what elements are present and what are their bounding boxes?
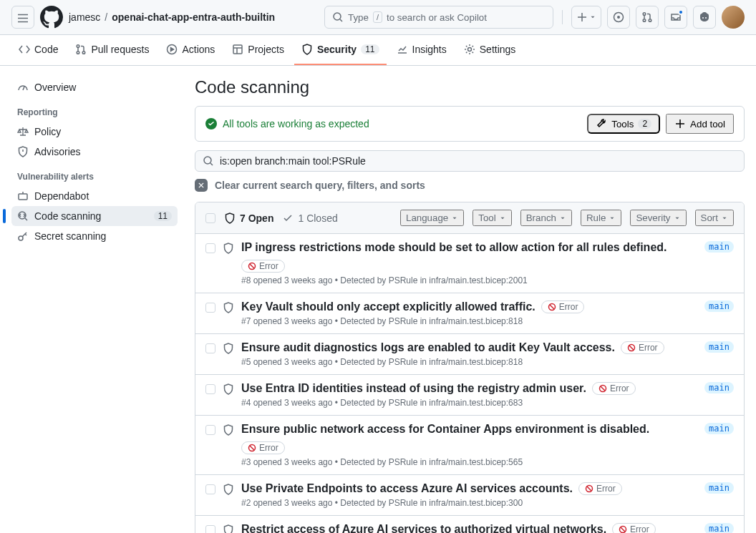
shield-icon [223,243,234,285]
alert-checkbox[interactable] [205,525,215,533]
branch-pill[interactable]: main [704,341,734,353]
filter-bar[interactable] [195,150,745,172]
alert-checkbox[interactable] [205,243,215,253]
tab-pulls[interactable]: Pull requests [68,35,156,65]
branch-pill[interactable]: main [704,241,734,253]
sidebar-policy-label: Policy [34,126,61,137]
filter-branch[interactable]: Branch [520,210,572,226]
meter-icon [17,82,29,93]
open-count-label: 7 Open [240,212,273,224]
branch-pill[interactable]: main [704,523,734,533]
tools-dropdown[interactable]: Tools 2 [587,114,660,134]
github-logo[interactable] [40,6,63,29]
sidebar-secret-scanning[interactable]: Secret scanning [11,226,178,246]
severity-badge: Error [612,523,656,533]
sidebar-code-scanning[interactable]: Code scanning 11 [11,206,178,226]
user-avatar[interactable] [722,6,745,29]
clear-filters[interactable]: Clear current search query, filters, and… [195,179,745,192]
triangle-down-icon [451,215,458,222]
filter-tool[interactable]: Tool [472,210,511,226]
svg-rect-12 [19,194,27,200]
branch-pill[interactable]: main [704,300,734,312]
alert-title[interactable]: Ensure public network access for Contain… [241,423,649,436]
svg-point-11 [467,48,471,52]
plus-icon [674,118,686,129]
svg-point-5 [649,19,651,22]
shield-icon [223,383,234,408]
create-new-button[interactable] [571,6,601,29]
filter-language[interactable]: Language [400,210,464,226]
tab-security-label: Security [317,44,357,55]
severity-badge-label: Error [596,484,616,494]
alert-checkbox[interactable] [205,384,215,394]
branch-pill[interactable]: main [704,382,734,393]
tab-actions[interactable]: Actions [159,35,222,65]
tab-settings[interactable]: Settings [457,35,523,65]
alert-checkbox[interactable] [205,425,215,435]
tab-settings-label: Settings [480,44,516,55]
branch-pill[interactable]: main [704,482,734,494]
alert-meta: #4 opened 3 weeks ago • Detected by PSRu… [241,398,697,408]
hamburger-button[interactable] [11,6,34,29]
sidebar-code-scanning-label: Code scanning [34,210,101,222]
inbox-button[interactable] [664,6,687,29]
alert-title[interactable]: Use Private Endpoints to access Azure AI… [241,482,573,495]
copilot-button[interactable] [693,6,716,29]
issues-button[interactable] [607,6,630,29]
alert-row[interactable]: IP ingress restrictions mode should be s… [195,234,744,293]
tools-ok-label: All tools are working as expected [223,118,369,129]
severity-badge-label: Error [639,343,658,353]
alert-row[interactable]: Use Private Endpoints to access Azure AI… [195,475,744,516]
git-pull-request-icon [75,44,87,55]
open-filter[interactable]: 7 Open [224,212,273,224]
alert-row[interactable]: Restrict access of Azure AI services to … [195,516,744,533]
alert-row[interactable]: Key Vault should only accept explicitly … [195,293,744,334]
alert-title[interactable]: Ensure audit diagnostics logs are enable… [241,341,615,354]
tab-projects[interactable]: Projects [225,35,291,65]
breadcrumb-owner[interactable]: jamesc [69,11,100,23]
code-icon [19,44,30,55]
severity-badge-label: Error [559,302,578,312]
branch-pill[interactable]: main [704,423,734,434]
tab-code[interactable]: Code [11,35,65,65]
alert-title[interactable]: Use Entra ID identities instead of using… [241,382,586,395]
search-icon [203,155,214,167]
sidebar-overview[interactable]: Overview [11,77,178,97]
sidebar-policy[interactable]: Policy [11,122,178,142]
closed-filter[interactable]: 1 Closed [282,212,337,224]
alert-title[interactable]: IP ingress restrictions mode should be s… [241,241,667,254]
graph-icon [397,44,408,55]
svg-rect-10 [233,45,242,54]
alert-checkbox[interactable] [205,343,215,353]
filter-rule[interactable]: Rule [581,210,621,226]
page-title: Code scanning [195,77,745,97]
add-tool-button[interactable]: Add tool [666,114,734,134]
alert-row[interactable]: Use Entra ID identities instead of using… [195,375,744,416]
tab-security[interactable]: Security 11 [294,35,387,65]
sidebar-advisories[interactable]: Advisories [11,142,178,162]
sidebar-dependabot[interactable]: Dependabot [11,186,178,206]
alert-title[interactable]: Restrict access of Azure AI services to … [241,523,606,533]
main-content: Code scanning All tools are working as e… [183,66,756,533]
global-search[interactable]: Type / to search or ask Copilot [324,6,553,29]
filter-sort[interactable]: Sort [695,210,734,226]
breadcrumb-repo[interactable]: openai-chat-app-entra-auth-builtin [112,11,275,23]
filter-severity[interactable]: Severity [630,210,686,226]
alert-meta: #3 opened 3 weeks ago • Detected by PSRu… [241,457,697,467]
severity-badge-label: Error [259,261,278,271]
table-icon [232,44,243,55]
notification-dot [678,9,684,15]
alert-checkbox[interactable] [205,484,215,494]
alert-title[interactable]: Key Vault should only accept explicitly … [241,300,536,313]
filter-input[interactable] [220,155,737,167]
search-kbd: / [373,11,382,23]
tab-insights[interactable]: Insights [389,35,454,65]
alert-meta: #7 opened 3 weeks ago • Detected by PSRu… [241,316,697,326]
select-all-checkbox[interactable] [205,213,215,223]
alert-row[interactable]: Ensure audit diagnostics logs are enable… [195,334,744,375]
pull-requests-button[interactable] [636,6,659,29]
issue-opened-icon [613,11,624,23]
check-icon [282,212,294,224]
alert-row[interactable]: Ensure public network access for Contain… [195,416,744,475]
alert-checkbox[interactable] [205,303,215,313]
